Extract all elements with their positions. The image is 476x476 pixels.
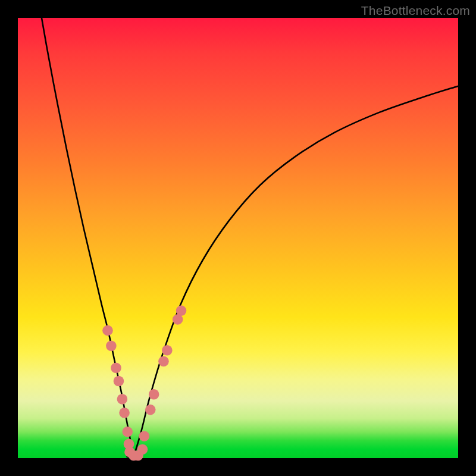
chart-svg — [18, 18, 458, 458]
data-marker — [139, 431, 150, 441]
data-marker — [111, 363, 121, 374]
curve-left-branch — [42, 18, 134, 457]
data-marker — [102, 325, 113, 336]
chart-frame: TheBottleneck.com — [0, 0, 476, 476]
plot-area — [18, 18, 458, 458]
data-marker — [114, 376, 124, 387]
data-marker — [149, 389, 159, 400]
data-marker — [137, 444, 148, 455]
data-marker — [106, 341, 117, 352]
marker-group — [102, 305, 186, 461]
data-marker — [145, 405, 156, 415]
data-marker — [176, 305, 187, 316]
data-marker — [158, 356, 169, 367]
data-marker — [122, 427, 133, 437]
curve-right-branch — [134, 86, 458, 457]
data-marker — [119, 408, 130, 418]
data-marker — [117, 394, 128, 405]
data-marker — [162, 345, 173, 356]
watermark-text: TheBottleneck.com — [361, 4, 470, 18]
